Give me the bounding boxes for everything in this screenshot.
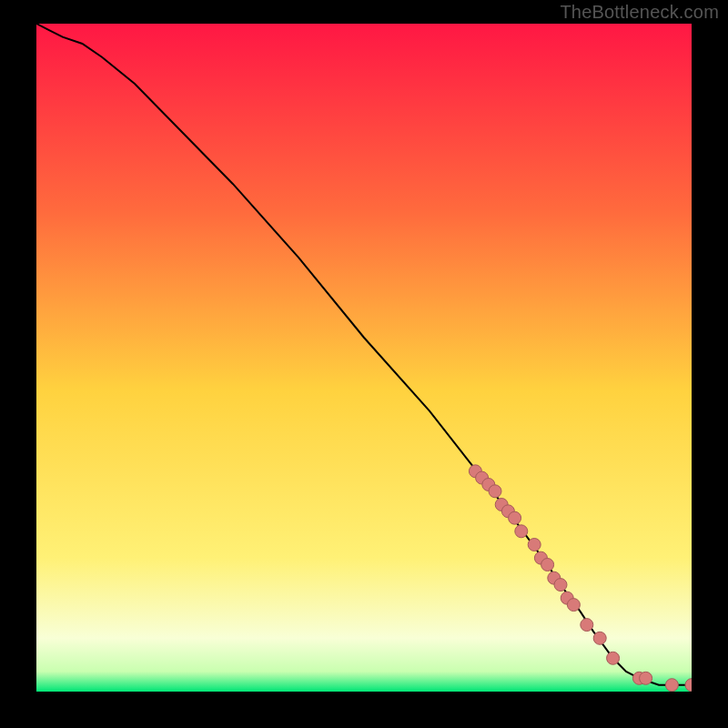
- plot-area: [36, 24, 692, 692]
- data-point: [581, 619, 593, 632]
- data-point: [665, 679, 678, 692]
- data-point: [541, 559, 554, 571]
- chart-frame: TheBottleneck.com: [0, 0, 728, 728]
- data-point: [640, 672, 652, 684]
- data-point: [515, 525, 528, 538]
- data-point: [567, 599, 580, 612]
- data-point: [593, 632, 606, 644]
- watermark-text: TheBottleneck.com: [560, 2, 719, 23]
- data-point: [489, 485, 501, 498]
- data-point: [528, 539, 541, 551]
- data-point: [509, 511, 521, 524]
- data-point: [607, 652, 620, 664]
- data-point: [554, 579, 567, 592]
- plot-svg: [36, 24, 692, 692]
- gradient-background: [36, 24, 692, 692]
